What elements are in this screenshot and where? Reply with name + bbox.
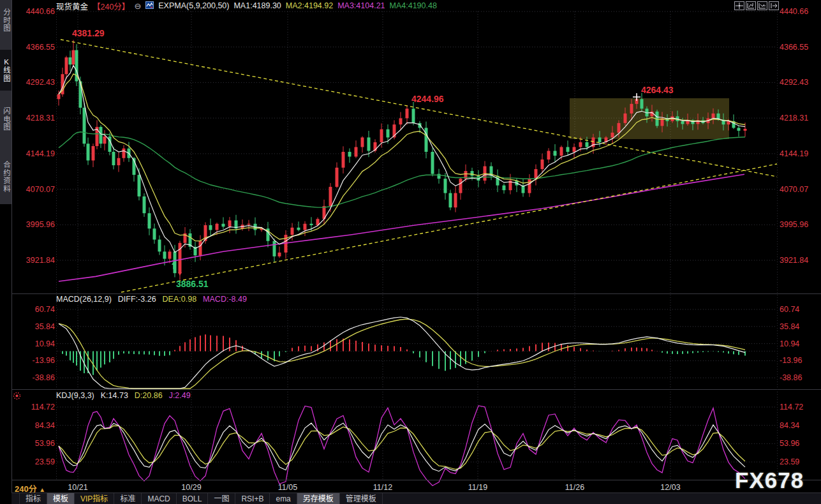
y-axis-label: 3995.96 xyxy=(13,220,55,229)
x-scale-icon[interactable] xyxy=(746,1,756,10)
toolbar-button-指标[interactable]: 指标 xyxy=(19,493,47,504)
y-axis-label: 114.72 xyxy=(780,403,820,411)
y-axis-label: 10.94 xyxy=(780,339,820,348)
sidebar-item-lightning-chart[interactable]: 闪电图 xyxy=(0,100,11,139)
kdj-title: KDJ(9,3,3) xyxy=(56,391,94,401)
y-axis-label: 4366.55 xyxy=(780,43,820,52)
y-axis-label: 53.96 xyxy=(13,439,55,448)
indicator-name: EXPMA(5,9,200,50) xyxy=(158,1,229,10)
price-annotation: 3886.51 xyxy=(176,279,209,289)
exit-icon[interactable] xyxy=(769,1,779,10)
y-axis-label: 4440.66 xyxy=(13,7,55,16)
x-axis-date-label: 11/19 xyxy=(457,483,498,492)
macd-diff-value: DIFF:-3.26 xyxy=(118,295,156,304)
y-scale-icon[interactable] xyxy=(757,1,767,10)
kdj-d-value: D:20.86 xyxy=(135,391,163,401)
x-axis-date-label: 11/26 xyxy=(554,483,595,492)
toolbar-button-boll[interactable]: BOLL xyxy=(177,493,209,504)
sidebar-item-contract-info[interactable]: 合约资料 xyxy=(0,151,11,203)
sidebar-item-kline-chart[interactable]: K线图 xyxy=(0,50,11,91)
toolbar-button-模板[interactable]: 模板 xyxy=(47,493,75,504)
chart-header: 现货黄金 【240分】 ⊖ EXPMA(5,9,200,50) MA1:4189… xyxy=(56,1,437,11)
y-axis-label: 4070.07 xyxy=(780,185,820,194)
y-axis-label: 23.59 xyxy=(780,457,820,466)
y-axis-label: 4144.19 xyxy=(780,149,820,158)
kdj-header: KDJ(9,3,3) K:14.73 D:20.86 J:2.49 xyxy=(56,391,191,401)
period-label: 【240分】 xyxy=(92,0,129,12)
indicator-settings-icon[interactable] xyxy=(12,391,22,401)
y-axis-label: 4144.19 xyxy=(13,149,55,158)
ma2-value: MA2:4194.92 xyxy=(286,1,333,10)
y-axis-label: -13.96 xyxy=(13,356,55,365)
macd-value: MACD:-8.49 xyxy=(203,295,247,304)
y-axis-label: 84.34 xyxy=(13,421,55,430)
price-annotation: 4381.29 xyxy=(72,28,105,38)
ma4-value: MA4:4190.48 xyxy=(390,1,437,10)
x-axis-date-label: 10/21 xyxy=(57,483,98,492)
y-axis-label: 35.84 xyxy=(13,322,55,331)
y-axis-label: 3921.84 xyxy=(13,256,55,265)
toolbar-button-另存模板[interactable]: 另存模板 xyxy=(297,493,340,504)
minus-circle-icon[interactable]: ⊖ xyxy=(134,1,141,11)
toolbar-button-vip指标[interactable]: VIP指标 xyxy=(75,493,114,504)
ma3-value: MA3:4104.21 xyxy=(337,1,385,10)
y-axis-label: 4218.31 xyxy=(13,114,55,122)
macd-dea-value: DEA:0.98 xyxy=(163,295,197,304)
x-axis-date-label: 11/12 xyxy=(362,483,403,492)
y-axis-label: 60.74 xyxy=(13,305,55,314)
toolbar-button-管理模板[interactable]: 管理模板 xyxy=(340,493,383,504)
y-axis-label: 4366.55 xyxy=(13,43,55,52)
y-axis-label: 53.96 xyxy=(780,439,820,448)
y-axis-label: -38.86 xyxy=(13,373,55,382)
x-axis-date-label: 10/29 xyxy=(171,483,212,492)
x-axis-date-label: 12/03 xyxy=(650,483,691,492)
price-annotation: 4264.43 xyxy=(641,85,674,95)
toolbar-button-rsi+b[interactable]: RSI+B xyxy=(235,493,270,504)
y-axis-label: 4292.43 xyxy=(13,78,55,87)
left-sidebar: 分时图K线图闪电图合约资料 xyxy=(0,0,12,204)
price-annotation: 4244.96 xyxy=(411,94,444,104)
mini-chart-icon xyxy=(145,1,154,11)
chart-canvas[interactable] xyxy=(0,0,821,504)
ma1-value: MA1:4189.30 xyxy=(233,1,281,10)
watermark: FX678 xyxy=(735,468,804,493)
macd-header: MACD(26,12,9) DIFF:-3.26 DEA:0.98 MACD:-… xyxy=(56,295,247,304)
y-axis-label: -13.96 xyxy=(780,356,820,365)
bottom-toolbar: 指标模板VIP指标标准MACDBOLL一图RSI+Bema另存模板管理模板 xyxy=(11,493,821,504)
symbol-name: 现货黄金 xyxy=(56,0,88,12)
y-axis-label: 4292.43 xyxy=(780,78,820,87)
chart-tool-icons xyxy=(734,1,779,10)
x-axis-date-label: 11/05 xyxy=(267,483,308,492)
macd-title: MACD(26,12,9) xyxy=(56,295,112,304)
toolbar-button-macd[interactable]: MACD xyxy=(142,493,176,504)
y-axis-label: 114.72 xyxy=(13,403,55,411)
toolbar-button-标准[interactable]: 标准 xyxy=(114,493,142,504)
y-axis-label: 84.34 xyxy=(780,421,820,430)
y-axis-label: 4440.66 xyxy=(780,7,820,16)
trading-app-window: 分时图K线图闪电图合约资料 现货黄金 【240分】 ⊖ EXPMA(5,9,20… xyxy=(0,0,821,504)
y-axis-label: 3921.84 xyxy=(780,256,820,265)
toolbar-button-一图[interactable]: 一图 xyxy=(208,493,235,504)
y-axis-label: 4070.07 xyxy=(13,185,55,194)
y-axis-label: 3995.96 xyxy=(780,220,820,229)
y-axis-label: 4218.31 xyxy=(780,114,820,122)
toolbar-button-ema[interactable]: ema xyxy=(270,493,297,504)
y-axis-label: 10.94 xyxy=(13,339,55,348)
y-axis-label: -38.86 xyxy=(780,373,820,382)
kdj-k-value: K:14.73 xyxy=(101,391,128,401)
y-axis-label: 35.84 xyxy=(780,322,820,331)
y-axis-label: 60.74 xyxy=(780,305,820,314)
pan-icon[interactable] xyxy=(734,1,744,10)
kdj-j-value: J:2.49 xyxy=(169,391,191,401)
y-axis-label: 23.59 xyxy=(13,457,55,466)
sidebar-item-time-chart[interactable]: 分时图 xyxy=(0,2,11,39)
